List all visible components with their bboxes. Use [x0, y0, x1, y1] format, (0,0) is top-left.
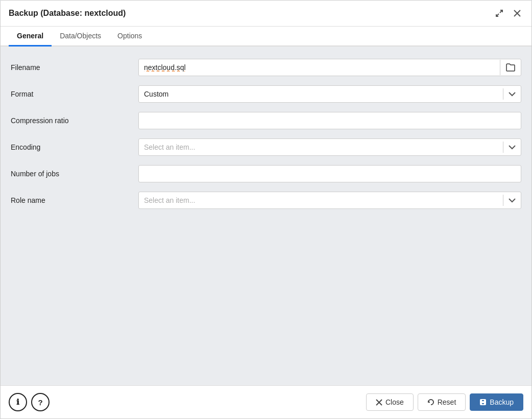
- footer: ℹ ? Close Reset: [1, 385, 531, 418]
- expand-button[interactable]: [493, 8, 506, 19]
- compression-ratio-row: Compression ratio: [11, 112, 521, 129]
- filename-label: Filename: [11, 63, 138, 72]
- close-dialog-button[interactable]: [511, 8, 523, 18]
- footer-left: ℹ ?: [9, 393, 50, 411]
- tab-general[interactable]: General: [9, 27, 52, 46]
- tab-data-objects[interactable]: Data/Objects: [52, 27, 109, 46]
- title-bar-actions: [493, 8, 523, 19]
- help-icon: ?: [38, 398, 42, 407]
- close-icon: [376, 399, 382, 406]
- svg-rect-8: [481, 403, 485, 405]
- role-name-label: Role name: [11, 196, 138, 204]
- encoding-row: Encoding Select an item...: [11, 138, 521, 156]
- number-of-jobs-input[interactable]: [138, 165, 521, 182]
- compression-ratio-label: Compression ratio: [11, 117, 138, 125]
- filename-folder-button[interactable]: [500, 60, 521, 75]
- info-icon: ℹ: [16, 398, 19, 407]
- compression-ratio-input[interactable]: [138, 112, 521, 129]
- save-icon: [479, 399, 487, 406]
- backup-button-label: Backup: [490, 398, 514, 406]
- number-of-jobs-row: Number of jobs: [11, 165, 521, 182]
- dialog: Backup (Database: nextcloud) General Dat…: [0, 0, 532, 419]
- form-content: Filename Format Custom: [1, 46, 531, 385]
- filename-row: Filename: [11, 59, 521, 76]
- dialog-title: Backup (Database: nextcloud): [9, 9, 126, 18]
- footer-right: Close Reset Backup: [366, 393, 523, 411]
- reset-button-label: Reset: [438, 398, 456, 406]
- role-name-select-wrapper: Select an item...: [138, 192, 521, 209]
- encoding-label: Encoding: [11, 143, 138, 151]
- role-name-select-display: Select an item...: [139, 192, 503, 208]
- help-button[interactable]: ?: [31, 393, 50, 411]
- tabs: General Data/Objects Options: [1, 27, 531, 46]
- encoding-select-display: Select an item...: [139, 139, 503, 155]
- format-select-wrapper: Custom: [138, 85, 521, 103]
- number-of-jobs-label: Number of jobs: [11, 170, 138, 178]
- backup-button[interactable]: Backup: [470, 393, 523, 411]
- close-button[interactable]: Close: [366, 393, 414, 411]
- title-bar: Backup (Database: nextcloud): [1, 1, 531, 27]
- tab-options[interactable]: Options: [109, 27, 150, 46]
- format-row: Format Custom: [11, 85, 521, 103]
- role-name-chevron-button[interactable]: [503, 195, 521, 206]
- encoding-chevron-button[interactable]: [503, 142, 521, 153]
- filename-input-wrapper: [138, 59, 521, 76]
- encoding-select-wrapper: Select an item...: [138, 138, 521, 156]
- svg-rect-7: [481, 400, 485, 402]
- format-select-display: Custom: [139, 86, 503, 102]
- role-name-row: Role name Select an item...: [11, 192, 521, 209]
- info-button[interactable]: ℹ: [9, 393, 27, 411]
- reset-button[interactable]: Reset: [418, 393, 466, 411]
- reset-icon: [427, 399, 434, 406]
- format-chevron-button[interactable]: [503, 88, 521, 100]
- close-button-label: Close: [385, 398, 404, 406]
- filename-input[interactable]: [139, 59, 500, 76]
- format-label: Format: [11, 90, 138, 98]
